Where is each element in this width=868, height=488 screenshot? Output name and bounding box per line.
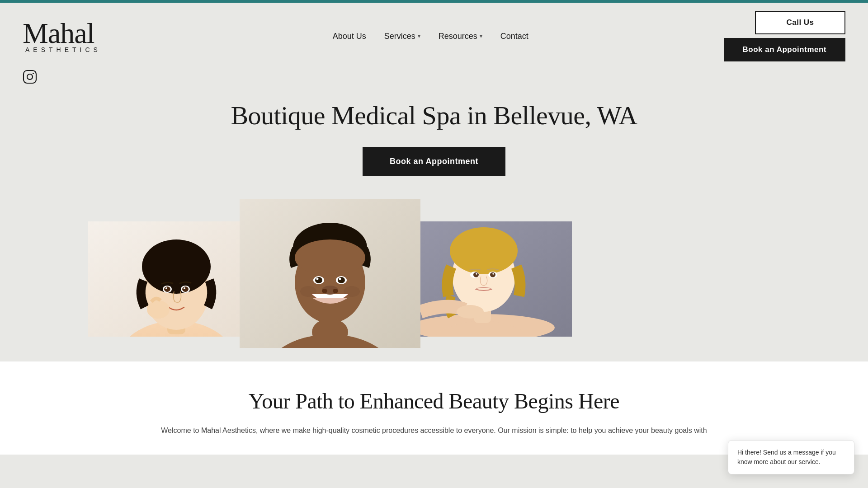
social-area [0, 66, 868, 91]
chat-message: Hi there! Send us a message if you know … [737, 449, 836, 465]
nav-services[interactable]: Services ▾ [384, 32, 420, 41]
svg-point-13 [182, 286, 189, 292]
nav-about-us[interactable]: About Us [333, 32, 366, 41]
svg-point-24 [316, 278, 319, 280]
logo[interactable]: Mahal AESTHETICS [23, 19, 101, 53]
svg-point-45 [492, 273, 494, 275]
person-left-svg [88, 221, 264, 337]
svg-point-32 [333, 289, 338, 293]
svg-point-1 [27, 74, 33, 80]
svg-point-8 [142, 239, 211, 294]
svg-point-10 [164, 286, 170, 292]
hero-section: Boutique Medical Spa in Bellevue, WA Boo… [0, 91, 868, 194]
svg-point-23 [315, 277, 322, 283]
hero-images [0, 194, 868, 366]
logo-sub: AESTHETICS [25, 46, 101, 53]
svg-point-11 [165, 287, 167, 289]
person-center-svg [240, 199, 420, 348]
book-appointment-header-button[interactable]: Book an Appointment [724, 38, 845, 61]
svg-point-2 [33, 73, 34, 74]
hero-photo-center [240, 199, 420, 348]
book-appointment-hero-button[interactable]: Book an Appointment [363, 147, 505, 176]
site-header: Mahal AESTHETICS About Us Services ▾ Res… [0, 3, 868, 66]
hero-title: Boutique Medical Spa in Bellevue, WA [0, 100, 868, 131]
svg-point-44 [490, 272, 495, 277]
hero-photo-left [88, 221, 264, 337]
svg-point-42 [476, 273, 477, 275]
section-title: Your Path to Enhanced Beauty Begins Here [158, 389, 710, 413]
svg-point-31 [322, 289, 327, 293]
svg-point-15 [147, 300, 170, 319]
nav-resources[interactable]: Resources ▾ [439, 32, 482, 41]
svg-point-41 [473, 272, 479, 277]
svg-point-14 [184, 287, 185, 289]
svg-point-39 [450, 227, 518, 274]
call-us-button[interactable]: Call Us [755, 11, 845, 34]
instagram-icon[interactable] [23, 70, 37, 84]
svg-point-26 [338, 277, 345, 283]
header-buttons: Call Us Book an Appointment [724, 11, 845, 61]
nav-contact[interactable]: Contact [500, 32, 528, 41]
svg-point-21 [295, 239, 365, 276]
chevron-down-icon: ▾ [418, 33, 420, 39]
chevron-down-icon: ▾ [480, 33, 482, 39]
main-nav: About Us Services ▾ Resources ▾ Contact [137, 32, 724, 41]
chat-widget[interactable]: Hi there! Send us a message if you know … [728, 440, 854, 474]
svg-rect-0 [24, 70, 36, 83]
svg-point-33 [312, 319, 348, 346]
section-body: Welcome to Mahal Aesthetics, where we ma… [158, 424, 710, 436]
svg-point-46 [457, 305, 484, 319]
logo-script: Mahal [23, 19, 94, 48]
svg-point-27 [339, 278, 341, 280]
